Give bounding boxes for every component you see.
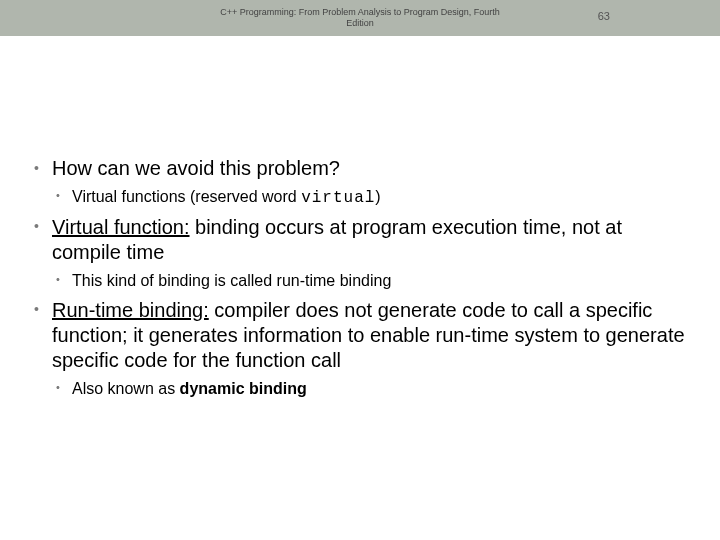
bullet-3-sub: Also known as dynamic binding xyxy=(52,379,690,400)
slide-header: C++ Programming: From Problem Analysis t… xyxy=(0,0,720,36)
bullet-1-text: How can we avoid this problem? xyxy=(52,157,340,179)
bullet-2-sub: This kind of binding is called run-time … xyxy=(52,271,690,292)
bullet-1-sub: Virtual functions (reserved word virtual… xyxy=(52,187,690,209)
page-number: 63 xyxy=(598,10,610,22)
header-title: C++ Programming: From Problem Analysis t… xyxy=(220,7,500,29)
header-title-line2: Edition xyxy=(346,18,374,28)
header-title-line1: C++ Programming: From Problem Analysis t… xyxy=(220,7,500,17)
term-virtual-function: Virtual function: xyxy=(52,216,190,238)
bullet-2-sub-text: This kind of binding is called run-time … xyxy=(72,272,391,289)
term-dynamic-binding: dynamic binding xyxy=(180,380,307,397)
bullet-1-sub-text: Virtual functions (reserved word virtual… xyxy=(72,188,381,205)
bullet-3-text: Run-time binding: compiler does not gene… xyxy=(52,299,685,371)
bullet-2: Virtual function: binding occurs at prog… xyxy=(30,215,690,292)
bullet-3-sub-text: Also known as dynamic binding xyxy=(72,380,307,397)
bullet-2-text: Virtual function: binding occurs at prog… xyxy=(52,216,622,263)
code-virtual: virtual xyxy=(301,189,375,207)
bullet-3: Run-time binding: compiler does not gene… xyxy=(30,298,690,400)
slide-content: How can we avoid this problem? Virtual f… xyxy=(0,36,720,399)
term-runtime-binding: Run-time binding: xyxy=(52,299,209,321)
bullet-1: How can we avoid this problem? Virtual f… xyxy=(30,156,690,209)
